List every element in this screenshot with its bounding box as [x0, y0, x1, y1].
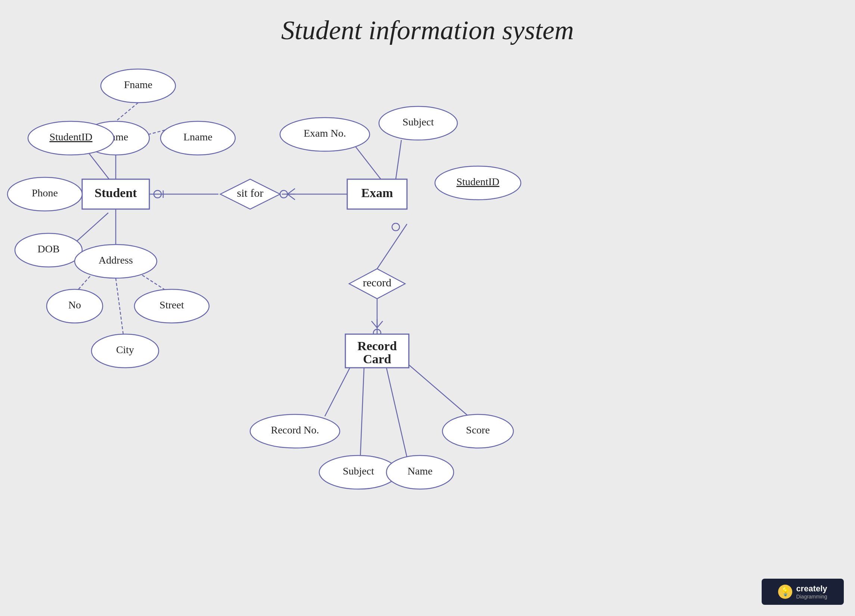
- rel-record-label: record: [363, 276, 392, 289]
- creately-sub: Diagramming: [796, 594, 827, 599]
- attr-city-label: City: [116, 344, 134, 356]
- creately-name: creately: [796, 584, 827, 594]
- entity-student-label: Student: [95, 186, 137, 200]
- svg-line-17: [360, 368, 364, 457]
- entity-record-card-label: Record: [357, 339, 397, 353]
- creately-logo-icon: 💡: [778, 585, 792, 599]
- attr-examno-label: Exam No.: [303, 127, 346, 139]
- attr-phone-label: Phone: [32, 187, 58, 199]
- attr-record-no-label: Record No.: [271, 424, 319, 436]
- attr-lname-label: Lname: [183, 131, 213, 143]
- entity-exam-label: Exam: [362, 186, 393, 200]
- svg-line-0: [116, 103, 138, 121]
- svg-line-19: [401, 359, 469, 416]
- svg-line-12: [355, 146, 381, 179]
- attr-dob-label: DOB: [37, 243, 59, 254]
- rel-sit-for-label: sit for: [237, 187, 264, 199]
- svg-line-28: [371, 321, 377, 328]
- svg-line-13: [396, 140, 401, 179]
- svg-line-9: [116, 278, 123, 334]
- attr-no-label: No: [68, 299, 81, 311]
- attr-subject2-label: Subject: [343, 465, 374, 477]
- svg-point-26: [392, 223, 400, 231]
- attr-fname-label: Fname: [124, 79, 152, 90]
- attr-studentid1-label: StudentID: [49, 131, 92, 143]
- svg-line-30: [377, 321, 383, 328]
- attr-score-label: Score: [466, 424, 490, 436]
- attr-studentid2-label: StudentID: [456, 176, 499, 187]
- attr-name2-label: Name: [408, 465, 433, 477]
- svg-line-23: [288, 188, 295, 194]
- attr-street-label: Street: [159, 299, 184, 311]
- svg-line-8: [138, 273, 164, 289]
- attr-subject1-label: Subject: [403, 116, 434, 128]
- svg-line-25: [288, 194, 295, 200]
- er-diagram: Student Exam Record Card sit for record …: [0, 0, 855, 616]
- creately-badge: 💡 creately Diagramming: [762, 579, 844, 605]
- svg-line-14: [377, 224, 407, 269]
- svg-line-18: [386, 368, 407, 457]
- attr-address-label: Address: [98, 254, 133, 266]
- entity-record-card-label2: Card: [363, 352, 391, 366]
